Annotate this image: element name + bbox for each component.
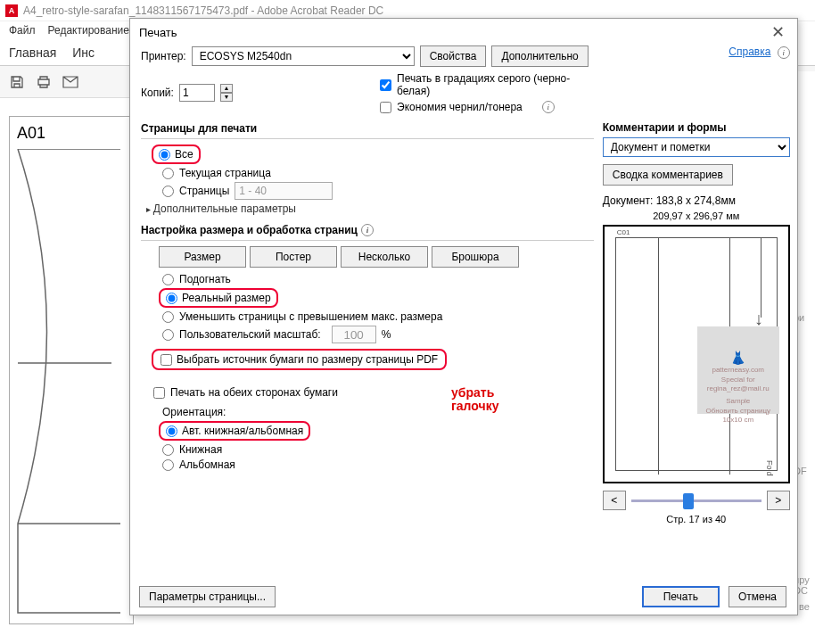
grayscale-label: Печать в градациях серого (черно-белая): [397, 72, 594, 97]
orient-landscape-label: Альбомная: [179, 458, 235, 471]
doc-size-label: Документ: 183,8 x 274,8мм: [603, 194, 790, 207]
right-column: Справка i Комментарии и формы Документ и…: [603, 45, 790, 570]
grayscale-checkbox[interactable]: [380, 79, 391, 91]
toner-label: Экономия чернил/тонера: [397, 101, 523, 113]
app-title: A4_retro-style-sarafan_1148311567175473.…: [23, 4, 383, 17]
spin-up-icon[interactable]: ▲: [220, 84, 233, 93]
both-sides-label: Печать на обеих сторонах бумаги: [170, 386, 338, 399]
annotation-highlight-all: Все: [152, 144, 201, 164]
annotation-text: убрать галочку: [451, 386, 498, 414]
size-button[interactable]: Размер: [159, 246, 246, 268]
comments-summary-button[interactable]: Сводка комментариев: [603, 164, 733, 186]
print-preview: C01 ↓ 👗 patterneasy.comSpecial forregina…: [603, 225, 790, 483]
orient-portrait-radio[interactable]: [162, 444, 174, 456]
preview-fold-label: Fold: [765, 460, 774, 476]
acrobat-icon: A: [5, 4, 18, 17]
info-icon[interactable]: i: [778, 46, 790, 59]
info-icon[interactable]: i: [361, 224, 374, 236]
orient-auto-label: Авт. книжная/альбомная: [182, 425, 303, 437]
pages-all-label: Все: [175, 148, 193, 161]
print-button[interactable]: Печать: [642, 586, 720, 607]
poster-button[interactable]: Постер: [250, 246, 337, 268]
pages-current-label: Текущая страница: [179, 167, 271, 179]
dialog-title: Печать: [139, 26, 177, 39]
copies-spinner[interactable]: ▲ ▼: [220, 84, 233, 102]
document-page[interactable]: A01: [9, 116, 134, 624]
tab-home[interactable]: Главная: [9, 45, 56, 60]
dialog-footer: Параметры страницы... Печать Отмена: [139, 586, 786, 607]
preview-next-button[interactable]: >: [767, 491, 790, 510]
spin-down-icon[interactable]: ▼: [220, 93, 233, 102]
comments-section-title: Комментарии и формы: [603, 121, 790, 134]
actual-size-radio[interactable]: [166, 293, 177, 304]
preview-watermark: 👗 patterneasy.comSpecial forregina_rez@m…: [697, 326, 779, 414]
multiple-button[interactable]: Несколько: [341, 246, 428, 268]
sizing-section-title: Настройка размера и обработка страниц: [141, 224, 358, 236]
pages-all-radio[interactable]: [159, 149, 170, 161]
fit-radio[interactable]: [162, 274, 174, 285]
close-icon[interactable]: ✕: [767, 22, 788, 42]
comments-select[interactable]: Документ и пометки: [603, 137, 790, 157]
info-icon[interactable]: i: [542, 101, 555, 113]
annotation-highlight-papersource: Выбрать источник бумаги по размеру стран…: [152, 349, 447, 370]
pages-range-label: Страницы: [179, 185, 229, 197]
preview-slider[interactable]: [631, 491, 761, 510]
custom-scale-radio[interactable]: [162, 329, 174, 341]
actual-size-label: Реальный размер: [182, 292, 271, 304]
document-area: A01: [9, 116, 143, 624]
pages-range-input[interactable]: [235, 182, 333, 200]
help-link[interactable]: Справка: [729, 45, 770, 58]
tab-tools[interactable]: Инс: [72, 45, 95, 60]
print-dialog: Печать ✕ Принтер: ECOSYS M2540dn Свойств…: [129, 18, 798, 615]
percent-label: %: [382, 328, 391, 341]
orient-portrait-label: Книжная: [179, 443, 222, 456]
paper-source-checkbox[interactable]: [161, 354, 172, 366]
page-setup-button[interactable]: Параметры страницы...: [139, 586, 276, 607]
slider-thumb[interactable]: [683, 493, 694, 509]
copies-label: Копий:: [141, 87, 174, 99]
pages-range-radio[interactable]: [162, 186, 174, 197]
sizing-button-group: Размер Постер Несколько Брошюра: [159, 246, 594, 268]
booklet-button[interactable]: Брошюра: [432, 246, 519, 268]
cancel-button[interactable]: Отмена: [729, 586, 786, 607]
both-sides-checkbox[interactable]: [153, 387, 165, 399]
toner-checkbox[interactable]: [380, 102, 391, 113]
page-counter: Стр. 17 из 40: [603, 514, 790, 524]
custom-scale-label: Пользовательский масштаб:: [179, 328, 321, 341]
print-icon[interactable]: [36, 74, 52, 90]
mail-icon[interactable]: [62, 74, 78, 90]
preview-prev-button[interactable]: <: [603, 491, 626, 510]
shrink-radio[interactable]: [162, 311, 174, 323]
shrink-label: Уменьшить страницы с превышением макс. р…: [179, 310, 442, 323]
annotation-highlight-actual: Реальный размер: [159, 288, 278, 308]
doc-page-label: A01: [17, 124, 126, 143]
left-column: Принтер: ECOSYS M2540dn Свойства Дополни…: [141, 45, 594, 570]
annotation-highlight-orientation: Авт. книжная/альбомная: [159, 421, 310, 441]
properties-button[interactable]: Свойства: [420, 45, 487, 67]
paper-source-label: Выбрать источник бумаги по размеру стран…: [177, 353, 438, 366]
save-icon[interactable]: [9, 74, 25, 90]
orientation-label: Ориентация:: [162, 406, 594, 418]
fit-label: Подогнать: [179, 273, 231, 285]
menu-edit[interactable]: Редактирование: [48, 24, 129, 37]
copies-input[interactable]: [179, 84, 215, 102]
preview-page-label: C01: [617, 228, 630, 236]
more-parameters-expander[interactable]: Дополнительные параметры: [146, 202, 594, 215]
dialog-titlebar: Печать ✕: [130, 19, 797, 45]
custom-scale-input[interactable]: [332, 326, 376, 343]
advanced-button[interactable]: Дополнительно: [491, 45, 588, 67]
orient-auto-radio[interactable]: [166, 425, 177, 437]
printer-label: Принтер:: [141, 50, 186, 62]
printer-select[interactable]: ECOSYS M2540dn: [192, 46, 415, 66]
pages-section-title: Страницы для печати: [141, 122, 594, 135]
orient-landscape-radio[interactable]: [162, 459, 174, 471]
pages-current-radio[interactable]: [162, 168, 174, 179]
menu-file[interactable]: Файл: [9, 24, 36, 37]
paper-size-label: 209,97 x 296,97 мм: [603, 211, 790, 221]
